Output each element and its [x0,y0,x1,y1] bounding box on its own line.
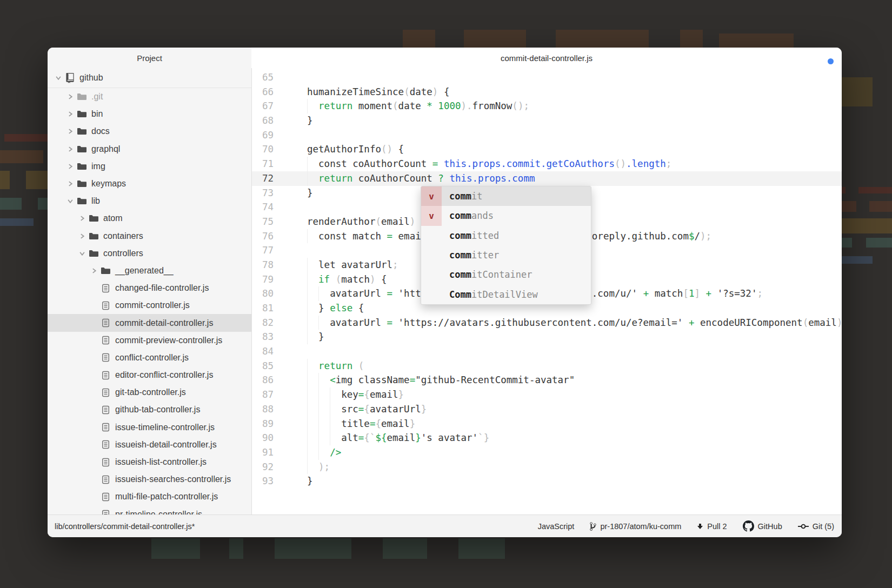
tree-file-changed-file-controller.js[interactable]: changed-file-controller.js [48,279,251,297]
code-line-92[interactable]: 92 ); [252,460,842,475]
autocomplete-item-commands[interactable]: vcommands [421,206,591,225]
tree-folder-img[interactable]: img [48,158,251,175]
code-line-88[interactable]: 88 src={avatarUrl} [252,402,842,417]
code-line-84[interactable]: 84 [252,344,842,359]
tree-folder-controllers[interactable]: controllers [48,245,251,262]
code-line-82[interactable]: 82 avatarUrl = 'https://avatars.githubus… [252,316,842,330]
indent-guide [307,330,318,344]
code-line-90[interactable]: 90 alt={`${email}'s avatar'`} [252,431,842,445]
line-number: 93 [252,474,274,489]
chevron-collapsed-icon[interactable] [65,164,75,169]
file-icon [100,301,111,310]
badge-spacer [421,284,442,304]
chevron-collapsed-icon[interactable] [77,233,86,239]
tree-file-git-tab-controller.js[interactable]: git-tab-controller.js [48,384,251,401]
folder-icon [76,93,87,101]
background-block [464,30,526,49]
chevron-collapsed-icon[interactable] [65,181,75,186]
autocomplete-item-commit[interactable]: vcommit [421,186,591,206]
code-line-71[interactable]: 71 const coAuthorCount = this.props.comm… [252,157,842,171]
tree-folder-lib[interactable]: lib [48,192,251,210]
code-line-66[interactable]: 66humanizeTimeSince(date) { [252,85,842,99]
tree-file-commit-controller.js[interactable]: commit-controller.js [48,297,251,314]
code-text: if (match) { [307,272,387,287]
code-line-70[interactable]: 70getAuthorInfo() { [252,142,842,157]
autocomplete-item-committed[interactable]: committed [421,226,591,245]
chevron-collapsed-icon[interactable] [89,268,98,273]
tree-file-issueish-searches-controller.js[interactable]: issueish-searches-controller.js [48,471,251,488]
autocomplete-item-committer[interactable]: committer [421,245,591,265]
tree-folder-atom[interactable]: atom [48,210,251,227]
code-line-68[interactable]: 68} [252,113,842,128]
tree-folder-github[interactable]: github [48,68,251,88]
tree-file-issueish-list-controller.js[interactable]: issueish-list-controller.js [48,453,251,471]
autocomplete-popup: vcommitvcommandscommittedcommittercommit… [421,186,591,305]
tree-folder-__generated__[interactable]: __generated__ [48,262,251,279]
tree-folder-docs[interactable]: docs [48,123,251,140]
code-line-89[interactable]: 89 title={email} [252,417,842,431]
code-line-69[interactable]: 69 [252,128,842,143]
title-bar[interactable]: Project commit-detail-controller.js [48,48,842,68]
line-number: 70 [252,142,274,157]
line-number: 65 [252,70,274,85]
indent-guide [307,171,318,186]
tree-file-issue-timeline-controller.js[interactable]: issue-timeline-controller.js [48,419,251,436]
tree-file-multi-file-patch-controller.js[interactable]: multi-file-patch-controller.js [48,488,251,505]
tree-folder-bin[interactable]: bin [48,105,251,123]
status-item-branch[interactable]: pr-1807/atom/ku-comm [590,522,681,531]
status-item-github[interactable]: GitHub [743,520,782,532]
indent-guide [330,431,341,445]
tree-folder-keymaps[interactable]: keymaps [48,175,251,192]
chevron-collapsed-icon[interactable] [65,111,75,117]
chevron-expanded-icon[interactable] [77,251,86,256]
background-block [866,238,892,248]
tree-file-pr-timeline-controller.js[interactable]: pr-timeline-controller.js [48,506,251,516]
code-line-85[interactable]: 85 return ( [252,359,842,373]
code-line-83[interactable]: 83 } [252,330,842,344]
autocomplete-item-commitContainer[interactable]: commitContainer [421,265,591,284]
background-block [840,218,892,233]
line-number: 86 [252,373,274,387]
tree-file-commit-detail-controller.js[interactable]: commit-detail-controller.js [48,314,251,331]
chevron-collapsed-icon[interactable] [65,129,75,134]
code-line-67[interactable]: 67 return moment(date * 1000).fromNow(); [252,99,842,113]
file-icon [100,371,111,380]
line-number: 80 [252,286,274,301]
chevron-collapsed-icon[interactable] [65,146,75,152]
chevron-expanded-icon[interactable] [54,75,63,81]
tree-folder-.git[interactable]: .git [48,88,251,105]
chevron-collapsed-icon[interactable] [65,94,75,99]
status-item-pull[interactable]: Pull 2 [697,522,727,531]
chevron-expanded-icon[interactable] [65,198,75,204]
tree-folder-containers[interactable]: containers [48,228,251,245]
status-item-git-changes[interactable]: Git (5) [798,522,834,531]
code-line-65[interactable]: 65 [252,70,842,85]
indent-guide [307,99,318,113]
code-text: } [307,113,313,128]
folder-icon [88,215,99,222]
tree-item-label: github [79,73,103,83]
line-number: 72 [252,171,274,186]
code-text: } else { [307,301,364,316]
editor-title: commit-detail-controller.js [251,48,842,68]
tree-file-conflict-controller.js[interactable]: conflict-controller.js [48,349,251,366]
code-line-87[interactable]: 87 key={email} [252,387,842,402]
tree-file-commit-preview-controller.js[interactable]: commit-preview-controller.js [48,332,251,349]
autocomplete-item-CommitDetailView[interactable]: CommitDetailView [421,284,591,304]
chevron-collapsed-icon[interactable] [77,216,86,221]
code-line-72[interactable]: 72 return coAuthorCount ? this.props.com… [252,171,842,186]
tree-file-issueish-detail-controller.js[interactable]: issueish-detail-controller.js [48,436,251,453]
line-number: 75 [252,215,274,229]
tree-file-editor-conflict-controller.js[interactable]: editor-conflict-controller.js [48,366,251,384]
status-bar: lib/controllers/commit-detail-controller… [48,514,842,537]
tree-file-github-tab-controller.js[interactable]: github-tab-controller.js [48,401,251,418]
status-item-grammar-selector[interactable]: JavaScript [538,522,575,531]
file-path-status[interactable]: lib/controllers/commit-detail-controller… [55,522,195,531]
code-line-91[interactable]: 91 /> [252,445,842,460]
code-line-93[interactable]: 93} [252,474,842,489]
indent-guide [307,460,318,475]
code-line-86[interactable]: 86 <img className="github-RecentCommit-a… [252,373,842,387]
tree-folder-graphql[interactable]: graphql [48,141,251,158]
background-block [0,218,34,226]
tree-item-label: bin [91,109,103,119]
